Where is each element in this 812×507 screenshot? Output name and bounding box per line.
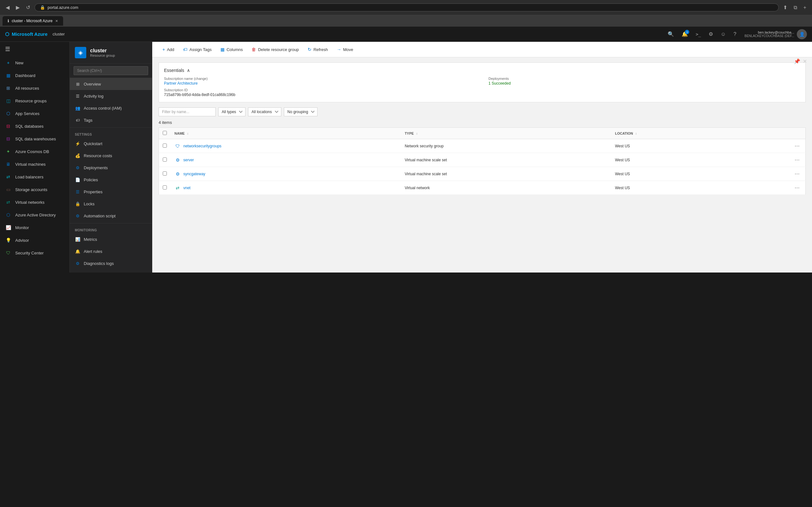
middle-nav-locks[interactable]: 🔒 Locks bbox=[70, 198, 152, 210]
middle-nav-activity-log[interactable]: ☰ Activity log bbox=[70, 90, 152, 102]
row-checkbox-syncgateway[interactable] bbox=[163, 171, 167, 176]
middle-nav-automation[interactable]: ⚙ Automation script bbox=[70, 210, 152, 222]
cloud-shell-icon[interactable]: >_ bbox=[694, 30, 703, 39]
add-button[interactable]: + Add bbox=[159, 45, 178, 54]
feedback-icon[interactable]: ☺ bbox=[719, 30, 728, 39]
close-panel-button[interactable]: ✕ bbox=[803, 58, 807, 64]
sidebar-item-aad[interactable]: ⬡ Azure Active Directory bbox=[0, 209, 69, 221]
url-display: portal.azure.com bbox=[48, 5, 78, 10]
essentials-title: Essentials bbox=[164, 68, 184, 73]
subscription-name-value[interactable]: Partner Architecture bbox=[164, 81, 476, 86]
middle-nav-alert-rules[interactable]: 🔔 Alert rules bbox=[70, 245, 152, 257]
sidebar-item-resource-groups[interactable]: ◫ Resource groups bbox=[0, 95, 69, 107]
middle-nav-deployments[interactable]: ⚙ Deployments bbox=[70, 162, 152, 174]
sidebar-item-lb[interactable]: ⇄ Load balancers bbox=[0, 170, 69, 183]
sidebar-hamburger[interactable]: ☰ bbox=[0, 42, 69, 56]
sidebar-item-security[interactable]: 🛡 Security Center bbox=[0, 246, 69, 259]
sidebar-item-new[interactable]: + New bbox=[0, 56, 69, 69]
user-avatar[interactable]: 👤 bbox=[797, 29, 807, 39]
name-sort-icon[interactable]: ↕ bbox=[187, 132, 189, 135]
vnet-context-menu-button[interactable]: ⋯ bbox=[793, 184, 802, 191]
reload-button[interactable]: ↺ bbox=[24, 3, 32, 12]
location-column-header[interactable]: LOCATION ↕ bbox=[611, 128, 735, 139]
notifications-icon[interactable]: 🔔 1 bbox=[680, 29, 690, 39]
move-label: Move bbox=[343, 47, 353, 52]
tab-close-icon[interactable]: ✕ bbox=[55, 19, 58, 23]
resource-name-nsg[interactable]: 🛡 networksecuritygroups bbox=[174, 143, 397, 149]
filter-by-name-input[interactable] bbox=[159, 107, 216, 116]
middle-search-input[interactable] bbox=[73, 66, 148, 75]
middle-nav-resource-costs[interactable]: 💰 Resource costs bbox=[70, 150, 152, 162]
sidebar-item-storage[interactable]: ▭ Storage accounts bbox=[0, 183, 69, 196]
tabs-button[interactable]: ⧉ bbox=[792, 3, 799, 12]
sidebar-item-monitor[interactable]: 📈 Monitor bbox=[0, 221, 69, 234]
type-sort-icon[interactable]: ↕ bbox=[416, 132, 418, 135]
sidebar-item-sql-dw[interactable]: ⊟ SQL data warehouses bbox=[0, 132, 69, 145]
user-profile[interactable]: ben.lackey@couchba... BENLACKEYCOUCHBASE… bbox=[745, 29, 807, 39]
sidebar-item-cosmos[interactable]: ✦ Azure Cosmos DB bbox=[0, 145, 69, 158]
resource-name-vnet[interactable]: ⇄ vnet bbox=[174, 185, 397, 191]
middle-nav-metrics[interactable]: 📊 Metrics bbox=[70, 233, 152, 245]
columns-button[interactable]: ▦ Columns bbox=[217, 45, 247, 54]
name-column-header[interactable]: NAME ↕ bbox=[171, 128, 401, 139]
azure-logo-icon: ⬡ bbox=[5, 32, 9, 37]
move-button[interactable]: → Move bbox=[333, 45, 357, 54]
deployments-value[interactable]: 1 Succeeded bbox=[489, 81, 800, 86]
search-icon[interactable]: 🔍 bbox=[666, 29, 676, 39]
essentials-collapse-icon[interactable]: ∧ bbox=[187, 68, 190, 73]
table-row: ⚙ server Virtual machine scale set West … bbox=[159, 153, 806, 167]
sidebar-label-cosmos: Azure Cosmos DB bbox=[15, 149, 49, 154]
type-filter-select[interactable]: All types bbox=[218, 107, 246, 116]
name-column-label: NAME bbox=[174, 131, 185, 135]
refresh-button[interactable]: ↻ Refresh bbox=[304, 45, 332, 54]
forward-button[interactable]: ▶ bbox=[14, 3, 21, 12]
row-checkbox-vnet[interactable] bbox=[163, 185, 167, 189]
sidebar-item-vms[interactable]: 🖥 Virtual machines bbox=[0, 158, 69, 170]
resource-group-name: cluster bbox=[90, 48, 115, 54]
resource-name-server[interactable]: ⚙ server bbox=[174, 157, 397, 163]
middle-nav-policies[interactable]: 📄 Policies bbox=[70, 174, 152, 186]
table-row: ⚙ syncgateway Virtual machine scale set … bbox=[159, 167, 806, 181]
pin-panel-button[interactable]: 📌 bbox=[794, 58, 800, 64]
middle-nav-tags[interactable]: 🏷 Tags bbox=[70, 114, 152, 126]
sidebar-item-advisor[interactable]: 💡 Advisor bbox=[0, 234, 69, 246]
new-tab-button[interactable]: + bbox=[802, 3, 808, 12]
row-checkbox-server[interactable] bbox=[163, 158, 167, 162]
user-name: ben.lackey@couchba... bbox=[745, 31, 794, 34]
resource-name-syncgateway[interactable]: ⚙ syncgateway bbox=[174, 171, 397, 177]
help-icon[interactable]: ? bbox=[731, 30, 738, 39]
select-all-checkbox[interactable] bbox=[163, 131, 167, 135]
middle-nav-overview[interactable]: ⊞ Overview bbox=[70, 78, 152, 90]
grouping-filter-select[interactable]: No grouping bbox=[284, 107, 317, 116]
sidebar-label-monitor: Monitor bbox=[15, 225, 29, 230]
middle-nav-access-control[interactable]: 👥 Access control (IAM) bbox=[70, 102, 152, 114]
server-context-menu-button[interactable]: ⋯ bbox=[793, 156, 802, 164]
sidebar-item-vnets[interactable]: ⇄ Virtual networks bbox=[0, 196, 69, 209]
middle-nav-quickstart[interactable]: ⚡ Quickstart bbox=[70, 137, 152, 150]
nsg-context-menu-button[interactable]: ⋯ bbox=[793, 142, 802, 150]
back-button[interactable]: ◀ bbox=[4, 3, 11, 12]
location-sort-icon[interactable]: ↕ bbox=[635, 132, 637, 135]
location-filter-select[interactable]: All locations bbox=[248, 107, 281, 116]
share-button[interactable]: ⬆ bbox=[781, 3, 789, 12]
app-services-icon: ⬡ bbox=[5, 110, 11, 117]
active-tab[interactable]: ℹ cluster - Microsoft Azure ✕ bbox=[3, 16, 63, 26]
syncgateway-context-menu-button[interactable]: ⋯ bbox=[793, 170, 802, 177]
middle-nav-properties[interactable]: ☰ Properties bbox=[70, 186, 152, 198]
sidebar-item-dashboard[interactable]: ▦ Dashboard bbox=[0, 69, 69, 82]
type-column-header[interactable]: TYPE ↕ bbox=[401, 128, 611, 139]
address-bar[interactable]: 🔒 portal.azure.com bbox=[35, 3, 779, 11]
sidebar-item-app-services[interactable]: ⬡ App Services bbox=[0, 107, 69, 120]
row-checkbox-nsg[interactable] bbox=[163, 144, 167, 148]
server-type: Virtual machine scale set bbox=[401, 153, 611, 167]
sidebar-item-sql-databases[interactable]: ⊟ SQL databases bbox=[0, 120, 69, 132]
resource-costs-icon: 💰 bbox=[75, 153, 81, 158]
sidebar-label-sql-dw: SQL data warehouses bbox=[15, 136, 56, 141]
delete-resource-group-button[interactable]: 🗑 Delete resource group bbox=[248, 45, 303, 54]
essentials-section: Essentials ∧ Subscription name (change) … bbox=[159, 62, 806, 102]
settings-icon[interactable]: ⚙ bbox=[707, 29, 715, 39]
assign-tags-button[interactable]: 🏷 Assign Tags bbox=[179, 45, 215, 54]
vnet-location: West US bbox=[611, 181, 735, 195]
sidebar-item-all-resources[interactable]: ⊞ All resources bbox=[0, 82, 69, 95]
middle-nav-diagnostics[interactable]: ⚙ Diagnostics logs bbox=[70, 257, 152, 269]
